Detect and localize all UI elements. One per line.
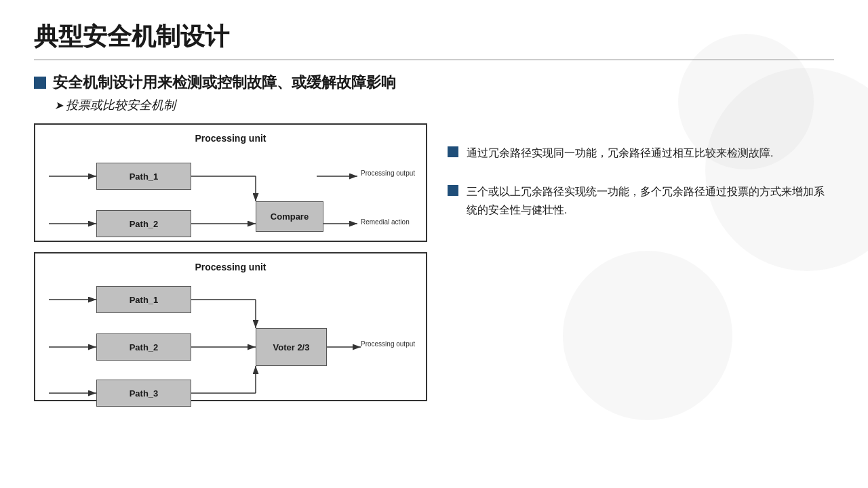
remedial-label: Remedial action <box>361 218 410 226</box>
svg-line-7 <box>317 176 357 201</box>
top-diagram-inner: Path_1 Path_2 Compare Processing output … <box>45 150 416 252</box>
text-column: 通过冗余路径实现同一功能，冗余路径通过相互比较来检测故障. 三个或以上冗余路径实… <box>448 123 834 401</box>
text-bullet-2 <box>448 185 458 196</box>
page-title: 典型安全机制设计 <box>34 20 834 60</box>
text-item-1: 通过冗余路径实现同一功能，冗余路径通过相互比较来检测故障. <box>448 144 834 162</box>
sub-heading: 投票或比较安全机制 <box>54 97 834 113</box>
voter-box: Voter 2/3 <box>256 328 327 366</box>
main-heading-text: 安全机制设计用来检测或控制故障、或缓解故障影响 <box>53 73 396 93</box>
compare-box: Compare <box>256 201 323 232</box>
bottom-diagram: Processing unit <box>34 252 427 401</box>
text-content-2: 三个或以上冗余路径实现统一功能，多个冗余路径通过投票的方式来增加系统的安全性与健… <box>467 182 834 219</box>
bottom-diagram-label: Processing unit <box>45 262 416 272</box>
top-diagram-label: Processing unit <box>45 133 416 144</box>
text-content-1: 通过冗余路径实现同一功能，冗余路径通过相互比较来检测故障. <box>467 144 773 162</box>
top-path1-box: Path_1 <box>96 163 191 190</box>
top-output-label: Processing output <box>361 169 415 177</box>
text-bullet-1 <box>448 146 458 157</box>
slide: 典型安全机制设计 安全机制设计用来检测或控制故障、或缓解故障影响 投票或比较安全… <box>0 0 868 488</box>
text-item-2: 三个或以上冗余路径实现统一功能，多个冗余路径通过投票的方式来增加系统的安全性与健… <box>448 182 834 219</box>
top-diagram: Processing unit <box>34 123 427 242</box>
main-heading: 安全机制设计用来检测或控制故障、或缓解故障影响 <box>34 73 834 93</box>
bottom-output-label: Processing output <box>361 340 415 348</box>
bottom-path2-box: Path_2 <box>96 333 191 361</box>
diagrams-column: Processing unit <box>34 123 427 401</box>
bottom-diagram-inner: Path_1 Path_2 Path_3 Voter 2/3 <box>45 279 416 411</box>
bottom-path1-box: Path_1 <box>96 286 191 313</box>
blue-square-bullet <box>34 77 46 89</box>
bottom-path3-box: Path_3 <box>96 380 191 407</box>
content-area: Processing unit <box>34 123 834 401</box>
top-path2-box: Path_2 <box>96 210 191 237</box>
